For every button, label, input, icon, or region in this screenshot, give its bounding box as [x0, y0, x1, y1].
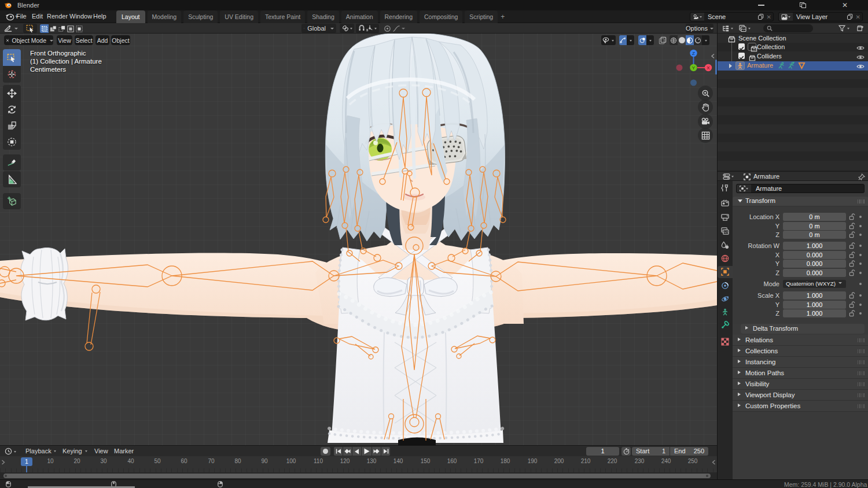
svg-text:Z: Z — [692, 51, 695, 56]
svg-text:Y: Y — [692, 65, 696, 71]
svg-text:X: X — [707, 65, 710, 71]
